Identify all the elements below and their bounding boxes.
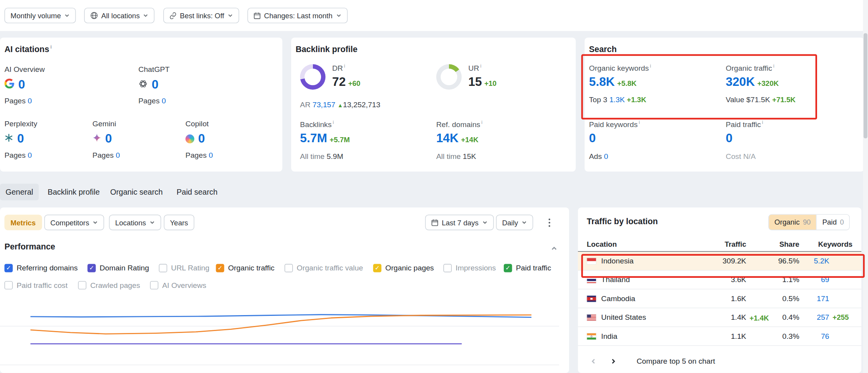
metric-checkbox-paid-traffic[interactable]: Paid traffic <box>504 263 551 273</box>
keywords-link[interactable]: 76 <box>821 332 829 340</box>
keywords-link[interactable]: 5.2K <box>814 257 830 265</box>
metric-checkbox-organic-traffic[interactable]: Organic traffic <box>216 263 274 273</box>
ai-overview-count: 0 <box>18 77 25 92</box>
ref-domains-change: +14K <box>461 135 479 143</box>
traffic-change: +1.4K <box>749 314 769 322</box>
dashboard: Monthly volume All locations Best links:… <box>0 0 868 373</box>
table-row-cambodia[interactable]: Cambodia 1.6K 0.5% 171 <box>578 289 861 308</box>
dr-donut-chart <box>300 64 326 90</box>
info-icon: i <box>344 63 345 68</box>
keywords-link[interactable]: 69 <box>821 275 829 284</box>
table-row-thailand[interactable]: Thailand 3.6K 1.1% 69 <box>578 270 861 289</box>
table-row-united-states[interactable]: United States 1.4K+1.4K 0.4% 257+255 <box>578 308 861 327</box>
metric-checkbox-referring-domains[interactable]: Referring domains <box>4 263 77 273</box>
column-share[interactable]: Share <box>746 240 800 248</box>
ai-citation-perplexity: Perplexity 0 Pages 0 <box>4 120 37 160</box>
gemini-pages-link[interactable]: 0 <box>116 151 120 159</box>
performance-line-chart[interactable] <box>30 306 531 373</box>
metric-checkbox-paid-traffic-cost[interactable]: Paid traffic cost <box>4 280 67 290</box>
traffic-value: 1.1K <box>731 332 746 340</box>
locations-filter-dropdown[interactable]: All locations <box>84 8 154 23</box>
ur-donut-chart <box>436 64 462 90</box>
next-page-chevron-icon[interactable] <box>607 355 620 368</box>
collapse-chevron-up-icon[interactable] <box>551 244 557 254</box>
table-row-indonesia[interactable]: Indonesia 309.2K 96.5% 5.2K <box>578 252 861 270</box>
flag-indonesia-icon <box>587 258 596 264</box>
compare-top5-link[interactable]: Compare top 5 on chart <box>637 357 715 365</box>
tab-general[interactable]: General <box>0 184 38 200</box>
metric-checkbox-impressions[interactable]: Impressions <box>444 263 496 273</box>
copilot-pages-link[interactable]: 0 <box>209 151 213 159</box>
perplexity-count: 0 <box>17 132 24 146</box>
dr-value: 72 <box>332 75 346 89</box>
share-value: 1.1% <box>746 275 800 284</box>
column-keywords[interactable]: Keywords <box>799 240 852 248</box>
date-range-dropdown[interactable]: Last 7 days <box>425 215 494 230</box>
paid-traffic-value: 0 <box>726 131 732 145</box>
toggle-organic[interactable]: Organic90 <box>769 215 816 230</box>
chatgpt-icon <box>138 79 148 91</box>
metric-checkbox-url-rating[interactable]: URL Rating <box>159 263 210 273</box>
table-row-india[interactable]: India 1.1K 0.3% 76 <box>578 327 861 346</box>
ur-metric: URi 15 +10 <box>468 63 497 89</box>
backlink-profile-title: Backlink profile <box>295 44 357 54</box>
traffic-value: 309.2K <box>723 257 746 265</box>
metric-checkbox-organic-traffic-value[interactable]: Organic traffic value <box>285 263 363 273</box>
ads-value-link[interactable]: 0 <box>604 152 608 160</box>
monthly-volume-dropdown[interactable]: Monthly volume <box>4 8 76 23</box>
ai-overview-pages-link[interactable]: 0 <box>28 97 32 105</box>
ar-value-link[interactable]: 73,157 <box>313 101 335 109</box>
backlinks-alltime: 5.9M <box>327 152 343 160</box>
tab-backlink-profile[interactable]: Backlink profile <box>47 184 100 200</box>
locations-dropdown[interactable]: Locations <box>109 215 161 230</box>
ref-domains-alltime: 15K <box>463 152 476 160</box>
changes-period-dropdown[interactable]: Changes: Last month <box>248 8 348 23</box>
info-icon: i <box>773 63 774 68</box>
years-button[interactable]: Years <box>164 215 194 230</box>
search-title: Search <box>589 44 617 54</box>
share-value: 0.5% <box>746 295 800 303</box>
ref-domains-value-link[interactable]: 14K <box>436 131 458 145</box>
metric-checkbox-organic-pages[interactable]: Organic pages <box>373 263 434 273</box>
column-location[interactable]: Location <box>587 240 694 248</box>
traffic-value-amount: $71.5K <box>746 96 770 104</box>
ur-value: 15 <box>468 75 482 89</box>
ai-citation-copilot: Copilot 0 Pages 0 <box>185 120 213 160</box>
more-options-kebab[interactable] <box>543 215 556 230</box>
dr-metric: DRi 72 +60 <box>332 63 360 89</box>
ar-change: 13,252,713 <box>343 101 380 109</box>
location-table-body: Indonesia 309.2K 96.5% 5.2K Thailand 3.6… <box>578 252 861 346</box>
chevron-down-icon <box>64 13 70 18</box>
tab-organic-search[interactable]: Organic search <box>110 184 162 200</box>
top3-value-link[interactable]: 1.3K <box>610 96 625 104</box>
info-icon: i <box>650 63 651 68</box>
traffic-by-location-panel: Traffic by location Organic90 Paid0 Loca… <box>578 207 861 373</box>
metric-checkbox-crawled-pages[interactable]: Crawled pages <box>78 280 140 290</box>
metric-checkbox-ai-overviews[interactable]: AI Overviews <box>150 280 206 290</box>
metrics-button[interactable]: Metrics <box>4 215 42 230</box>
granularity-dropdown[interactable]: Daily <box>496 215 533 230</box>
perplexity-pages-link[interactable]: 0 <box>28 151 32 159</box>
tab-paid-search[interactable]: Paid search <box>176 184 217 200</box>
toggle-paid[interactable]: Paid0 <box>816 215 849 230</box>
vertical-scrollbar-thumb[interactable] <box>864 33 868 138</box>
competitors-dropdown[interactable]: Competitors <box>44 215 104 230</box>
chatgpt-pages-link[interactable]: 0 <box>162 97 166 105</box>
backlinks-value-link[interactable]: 5.7M <box>300 131 327 145</box>
keywords-link[interactable]: 257 <box>817 313 829 321</box>
globe-icon <box>90 12 98 19</box>
organic-keywords-value-link[interactable]: 5.8K <box>589 75 615 89</box>
calendar-icon <box>431 219 438 226</box>
prev-page-chevron-icon[interactable] <box>587 355 600 368</box>
chevron-down-icon <box>521 220 527 225</box>
organic-traffic-value-link[interactable]: 320K <box>726 75 755 89</box>
column-traffic[interactable]: Traffic <box>693 240 746 248</box>
flag-thailand-icon <box>587 276 596 283</box>
info-icon: i <box>639 120 640 125</box>
metric-checkbox-domain-rating[interactable]: Domain Rating <box>87 263 149 273</box>
performance-section-title: Performance <box>4 242 55 251</box>
best-links-dropdown[interactable]: Best links: Off <box>163 8 239 23</box>
keywords-link[interactable]: 171 <box>817 295 829 303</box>
cost-value: N/A <box>743 152 756 160</box>
paid-count-badge: 0 <box>840 218 844 226</box>
